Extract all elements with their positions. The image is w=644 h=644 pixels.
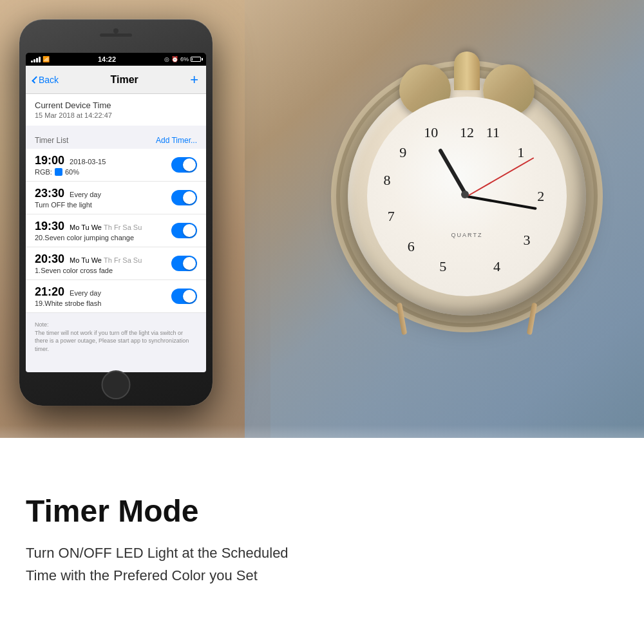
signal-bars: [31, 57, 41, 62]
back-button[interactable]: Back: [33, 75, 59, 85]
timer-3-time-row: 19:30 Mo Tu We Th Fr Sa Su: [35, 220, 171, 233]
clock-face: 12 1 2 3 4 5 6 7 8 9 10 11 QUARTZ: [367, 97, 567, 296]
status-left: 📶: [31, 56, 50, 62]
timer-5-time-row: 21:20 Every day: [35, 285, 171, 299]
clock-num-8: 8: [384, 172, 391, 189]
timer-3-days: Mo Tu We Th Fr Sa Su: [70, 223, 142, 231]
timer-1-time: 19:00: [35, 154, 64, 167]
timer-item-3-left: 19:30 Mo Tu We Th Fr Sa Su 20.Seven colo…: [35, 220, 171, 242]
timer-4-toggle[interactable]: [171, 256, 197, 271]
clock-num-6: 6: [408, 238, 415, 255]
timer-3-time: 19:30: [35, 220, 64, 233]
note-text: Note: The timer will not work if you tur…: [35, 321, 197, 353]
add-button[interactable]: +: [190, 71, 198, 88]
timer-2-toggle-knob: [183, 191, 196, 204]
add-timer-link[interactable]: Add Timer...: [156, 136, 197, 145]
timer-5-detail: 19.White strobe flash: [35, 299, 171, 307]
nav-bar: Back Timer +: [26, 66, 206, 94]
note-body: The timer will not work if you turn off …: [35, 330, 189, 352]
clock-num-4: 4: [493, 258, 500, 275]
note-section: Note: The timer will not work if you tur…: [26, 316, 206, 358]
timer-3-toggle[interactable]: [171, 223, 197, 238]
battery-fill: [192, 58, 193, 61]
timer-4-time: 20:30: [35, 252, 64, 266]
phone-speaker: [100, 33, 132, 37]
timer-5-time: 21:20: [35, 285, 64, 299]
timer-item-1-left: 19:00 2018-03-15 RGB: 60%: [35, 154, 171, 176]
timer-4-toggle-knob: [183, 257, 196, 270]
timer-2-toggle[interactable]: [171, 190, 197, 205]
timer-3-toggle-knob: [183, 224, 196, 237]
note-label: Note:: [35, 321, 49, 328]
back-chevron-icon: [32, 76, 39, 83]
location-icon: ◎: [164, 56, 169, 62]
nav-title: Timer: [110, 74, 138, 86]
clock-second-hand: [467, 157, 535, 197]
status-right: ◎ ⏰ 6%: [164, 56, 201, 62]
clock-decoration: 12 1 2 3 4 5 6 7 8 9 10 11 QUARTZ: [316, 39, 625, 438]
timer-5-toggle[interactable]: [171, 289, 197, 304]
alarm-icon: ⏰: [171, 56, 178, 62]
timer-item-5[interactable]: 21:20 Every day 19.White strobe flash: [26, 280, 206, 313]
device-time-title: Current Device Time: [35, 100, 197, 110]
timer-2-time: 23:30: [35, 187, 64, 200]
timer-item-4[interactable]: 20:30 Mo Tu We Th Fr Sa Su 1.Seven color…: [26, 247, 206, 280]
timer-1-time-row: 19:00 2018-03-15: [35, 154, 171, 167]
timer-1-toggle[interactable]: [171, 157, 197, 173]
battery-pct: 6%: [180, 56, 189, 62]
timer-list-label: Timer List: [35, 136, 68, 145]
timer-3-detail: 20.Seven color jumping change: [35, 234, 171, 242]
timer-4-time-row: 20:30 Mo Tu We Th Fr Sa Su: [35, 252, 171, 266]
phone: 📶 14:22 ◎ ⏰ 6% Back Timer: [19, 19, 213, 406]
timer-2-time-row: 23:30 Every day: [35, 187, 171, 200]
timer-item-1[interactable]: 19:00 2018-03-15 RGB: 60%: [26, 149, 206, 182]
clock-minute-hand: [467, 195, 537, 210]
timer-item-2[interactable]: 23:30 Every day Turn OFF the light: [26, 182, 206, 214]
wifi-icon: 📶: [43, 56, 50, 62]
timer-1-detail: RGB: 60%: [35, 168, 171, 176]
clock-leg-right: [527, 303, 538, 336]
clock-num-1: 1: [517, 144, 524, 161]
timer-item-2-left: 23:30 Every day Turn OFF the light: [35, 187, 171, 209]
timer-item-4-left: 20:30 Mo Tu We Th Fr Sa Su 1.Seven color…: [35, 252, 171, 274]
timer-mode-title: Timer Mode: [26, 495, 374, 529]
timer-5-date: Every day: [70, 289, 101, 297]
timer-item-5-left: 21:20 Every day 19.White strobe flash: [35, 285, 171, 307]
timer-items: 19:00 2018-03-15 RGB: 60%: [26, 149, 206, 313]
clock-num-11: 11: [486, 124, 500, 141]
back-label: Back: [39, 75, 59, 85]
device-time-value: 15 Mar 2018 at 14:22:47: [35, 111, 197, 119]
timer-1-date: 2018-03-15: [70, 158, 106, 166]
clock-num-2: 2: [537, 188, 544, 205]
timer-5-toggle-knob: [183, 290, 196, 303]
timer-1-color-dot: [55, 168, 62, 176]
timer-2-date: Every day: [70, 191, 101, 198]
app-content: Current Device Time 15 Mar 2018 at 14:22…: [26, 94, 206, 358]
timer-list-header: Timer List Add Timer...: [26, 132, 206, 149]
timer-2-detail: Turn OFF the light: [35, 201, 171, 209]
battery-icon: [191, 57, 201, 62]
phone-home-button[interactable]: [102, 370, 131, 399]
timer-mode-desc-line2: Time with the Prefered Color you Set: [26, 564, 374, 587]
timer-item-3[interactable]: 19:30 Mo Tu We Th Fr Sa Su 20.Seven colo…: [26, 214, 206, 247]
clock-num-7: 7: [388, 208, 395, 225]
clock-handle: [454, 52, 480, 90]
phone-screen: 📶 14:22 ◎ ⏰ 6% Back Timer: [26, 53, 206, 372]
status-time: 14:22: [98, 55, 116, 63]
clock-leg-left: [397, 303, 408, 336]
clock-num-9: 9: [399, 144, 406, 161]
status-bar: 📶 14:22 ◎ ⏰ 6%: [26, 53, 206, 66]
clock-num-10: 10: [424, 124, 438, 141]
timer-4-days: Mo Tu We Th Fr Sa Su: [70, 256, 142, 264]
bottom-text-area: Timer Mode Turn ON/OFF LED Light at the …: [0, 438, 644, 644]
clock-num-12: 12: [460, 124, 474, 141]
phone-body: 📶 14:22 ◎ ⏰ 6% Back Timer: [19, 19, 213, 406]
clock-center: [461, 191, 469, 198]
timer-4-detail: 1.Seven color cross fade: [35, 267, 171, 274]
clock-hour-hand: [438, 148, 469, 198]
timer-1-toggle-knob: [183, 158, 196, 171]
quartz-label: QUARTZ: [451, 232, 483, 238]
phone-camera: [113, 28, 118, 33]
timer-mode-desc-line1: Turn ON/OFF LED Light at the Scheduled: [26, 542, 374, 564]
clock-num-3: 3: [524, 232, 531, 249]
